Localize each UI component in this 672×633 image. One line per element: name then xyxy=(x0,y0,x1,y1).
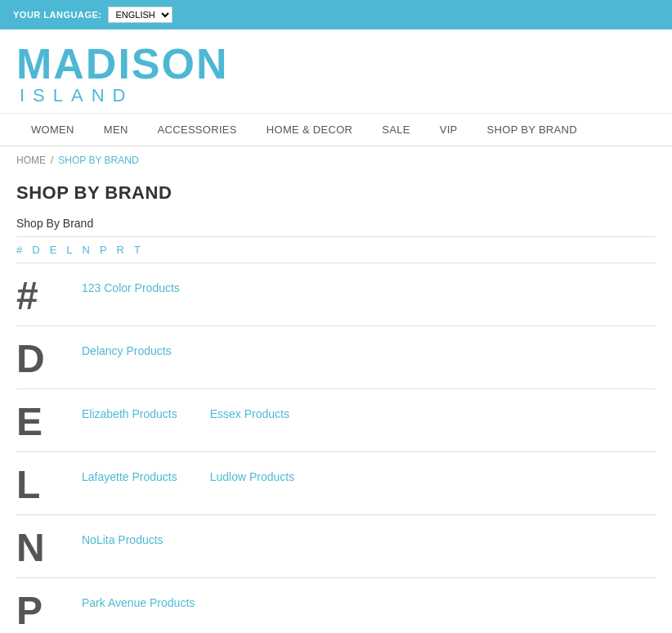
nav-item-accessories[interactable]: ACCESSORIES xyxy=(143,114,252,146)
letter-filter-N[interactable]: N xyxy=(83,244,90,256)
brand-link[interactable]: Essex Products xyxy=(210,407,289,420)
brand-section-P: PPark Avenue Products xyxy=(16,578,656,633)
brand-link[interactable]: Park Avenue Products xyxy=(82,596,195,609)
brand-link[interactable]: Ludlow Products xyxy=(210,470,295,483)
brand-links-D: Delancy Products xyxy=(82,336,172,357)
language-select[interactable]: ENGLISH xyxy=(108,7,172,23)
brand-letter-P: P xyxy=(16,588,82,631)
brand-section-#: #123 Color Products xyxy=(16,263,656,326)
section-label: Shop By Brand xyxy=(16,217,656,230)
nav-item-women[interactable]: WOMEN xyxy=(16,114,89,146)
language-bar: YOUR LANGUAGE: ENGLISH xyxy=(0,0,672,29)
nav-item-vip[interactable]: VIP xyxy=(425,114,473,146)
brand-links-E: Elizabeth ProductsEssex Products xyxy=(82,399,289,420)
logo-madison[interactable]: MADISON xyxy=(16,43,656,85)
main-content: SHOP BY BRAND Shop By Brand #DELNPRT #12… xyxy=(0,174,672,633)
brand-sections: #123 Color ProductsDDelancy ProductsEEli… xyxy=(16,263,656,633)
letter-filter-E[interactable]: E xyxy=(50,244,57,256)
breadcrumb-home[interactable]: HOME xyxy=(16,155,46,166)
brand-links-L: Lafayette ProductsLudlow Products xyxy=(82,462,294,483)
brand-links-N: NoLita Products xyxy=(82,525,164,546)
brand-letter-#: # xyxy=(16,273,82,316)
nav-bar: WOMENMENACCESSORIESHOME & DECORSALEVIPSH… xyxy=(0,114,672,146)
brand-letter-N: N xyxy=(16,525,82,568)
breadcrumb: HOME / SHOP BY BRAND xyxy=(0,146,672,174)
nav-item-men[interactable]: MEN xyxy=(89,114,143,146)
brand-section-D: DDelancy Products xyxy=(16,326,656,389)
brand-link[interactable]: Lafayette Products xyxy=(82,470,177,483)
breadcrumb-current: SHOP BY BRAND xyxy=(58,155,138,166)
brand-letter-D: D xyxy=(16,336,82,379)
brand-section-E: EElizabeth ProductsEssex Products xyxy=(16,389,656,452)
brand-letter-L: L xyxy=(16,462,82,505)
nav-item-home---decor[interactable]: HOME & DECOR xyxy=(252,114,367,146)
letter-filter-T[interactable]: T xyxy=(134,244,141,256)
breadcrumb-separator: / xyxy=(51,155,53,166)
letter-filter-L[interactable]: L xyxy=(66,244,72,256)
brand-link[interactable]: 123 Color Products xyxy=(82,281,180,294)
letter-filter: #DELNPRT xyxy=(16,236,656,263)
nav-item-sale[interactable]: SALE xyxy=(367,114,424,146)
logo-island[interactable]: ISLAND xyxy=(16,85,656,106)
brand-link[interactable]: Elizabeth Products xyxy=(82,407,177,420)
brand-letter-E: E xyxy=(16,399,82,442)
letter-filter-D[interactable]: D xyxy=(32,244,39,256)
letter-filter-P[interactable]: P xyxy=(100,244,107,256)
brand-section-L: LLafayette ProductsLudlow Products xyxy=(16,452,656,515)
page-title: SHOP BY BRAND xyxy=(16,182,656,204)
letter-filter-R[interactable]: R xyxy=(117,244,124,256)
nav-item-shop-by-brand[interactable]: SHOP BY BRAND xyxy=(473,114,592,146)
brand-links-#: 123 Color Products xyxy=(82,273,180,294)
brand-section-N: NNoLita Products xyxy=(16,515,656,578)
letter-filter-#[interactable]: # xyxy=(16,244,22,256)
language-label: YOUR LANGUAGE: xyxy=(13,10,101,20)
brand-link[interactable]: NoLita Products xyxy=(82,533,164,546)
brand-link[interactable]: Delancy Products xyxy=(82,344,172,357)
header: MADISON ISLAND xyxy=(0,29,672,114)
brand-links-P: Park Avenue Products xyxy=(82,588,195,609)
